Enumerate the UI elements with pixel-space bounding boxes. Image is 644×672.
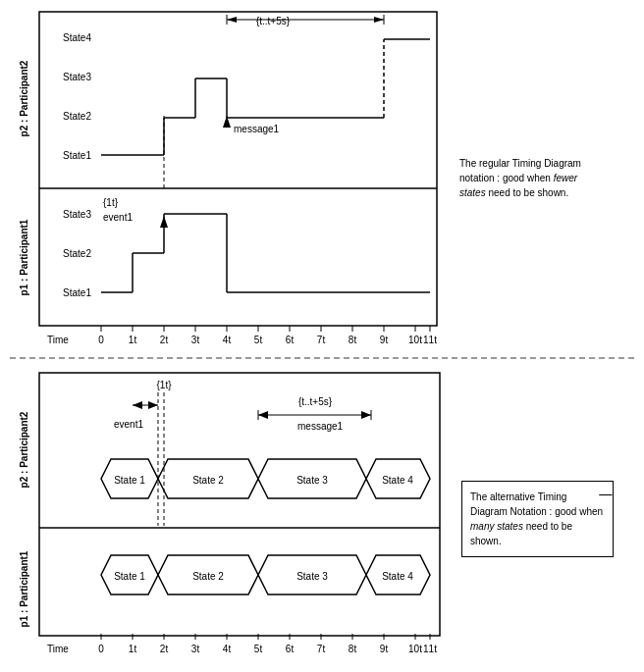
dashed-separator xyxy=(10,357,634,359)
p1-label-container-bottom: p1 : Participant1 xyxy=(10,530,39,647)
p1-state3-box: State 3 xyxy=(296,571,328,582)
p1-label: p1 : Participant1 xyxy=(20,219,30,295)
p2-state3-box: State 3 xyxy=(296,475,328,486)
svg-text:2t: 2t xyxy=(160,335,169,343)
diagram-top: p2 : Participant2 p1 : Participant1 Stat… xyxy=(10,10,634,345)
svg-text:7t: 7t xyxy=(317,644,326,654)
annotation-bottom: The alternative Timing Diagram Notation … xyxy=(461,481,614,557)
svg-text:9t: 9t xyxy=(380,335,389,343)
p2-state1-box: State 1 xyxy=(114,475,145,486)
svg-marker-14 xyxy=(374,17,384,23)
p2-state4-box: State 4 xyxy=(382,475,413,486)
svg-text:0: 0 xyxy=(98,644,104,654)
svg-text:11t: 11t xyxy=(423,335,437,343)
svg-text:Time: Time xyxy=(47,335,69,343)
svg-marker-65 xyxy=(133,401,142,409)
svg-text:11t: 11t xyxy=(423,644,437,654)
svg-marker-67 xyxy=(258,411,268,419)
svg-text:5t: 5t xyxy=(254,335,263,343)
svg-text:8t: 8t xyxy=(349,644,357,654)
p2-label-container-bottom: p2 : Participant2 xyxy=(10,371,39,528)
svg-text:2t: 2t xyxy=(160,644,169,654)
svg-text:10t: 10t xyxy=(408,644,422,654)
p1-label-container: p1 : Participant1 xyxy=(10,188,39,326)
event1-label-top: event1 xyxy=(103,212,133,223)
p2-state1-label: State1 xyxy=(63,150,91,161)
p2-state3-label: State3 xyxy=(63,72,91,82)
svg-rect-51 xyxy=(39,373,440,636)
p1-state3-label: State3 xyxy=(63,209,91,220)
svg-text:6t: 6t xyxy=(286,644,295,654)
p2-label-bottom: p2 : Participant2 xyxy=(20,411,30,488)
top-diagram-svg: State4 State3 State2 State1 State3 State… xyxy=(37,10,440,343)
annotation-top: The regular Timing Diagram notation : go… xyxy=(452,148,609,208)
bottom-diagram-wrapper: p2 : Participant2 p1 : Participant1 Stat… xyxy=(10,371,452,667)
svg-text:1t: 1t xyxy=(129,335,137,343)
svg-text:4t: 4t xyxy=(223,644,232,654)
svg-text:9t: 9t xyxy=(380,644,389,654)
p2-label-container: p2 : Participant2 xyxy=(10,10,39,186)
svg-text:Time: Time xyxy=(47,644,69,654)
svg-text:7t: 7t xyxy=(317,335,326,343)
svg-marker-64 xyxy=(148,401,158,409)
p2-state2-box: State 2 xyxy=(192,475,224,486)
p1-state2-box: State 2 xyxy=(192,571,224,582)
annotation-top-text: The regular Timing Diagram notation : go… xyxy=(459,158,581,198)
svg-text:4t: 4t xyxy=(223,335,232,343)
diagram-bottom: p2 : Participant2 p1 : Participant1 Stat… xyxy=(10,371,634,667)
p1-label-bottom: p1 : Participant1 xyxy=(20,550,30,627)
svg-marker-21 xyxy=(160,216,168,228)
p2-label: p2 : Participant2 xyxy=(20,60,30,136)
svg-text:0: 0 xyxy=(98,335,104,343)
svg-text:10t: 10t xyxy=(408,335,422,343)
p2-state2-label: State2 xyxy=(63,111,91,122)
svg-marker-13 xyxy=(227,17,237,23)
p1-state4-box: State 4 xyxy=(382,571,413,582)
svg-text:3t: 3t xyxy=(191,644,200,654)
constraint1-bottom: {1t} xyxy=(156,380,172,390)
p1-state1-box: State 1 xyxy=(114,571,145,582)
top-diagram-wrapper: p2 : Participant2 p1 : Participant1 Stat… xyxy=(10,10,442,345)
constraint1-label: {1t} xyxy=(103,197,119,208)
svg-marker-68 xyxy=(361,411,371,419)
message1-label: message1 xyxy=(234,124,280,134)
message1-label-bottom: message1 xyxy=(297,421,344,432)
p2-state4-label: State4 xyxy=(63,32,91,43)
constraint2-label-top: {t..t+5s} xyxy=(256,16,291,26)
p1-state1-label: State1 xyxy=(63,287,91,298)
annotation-bottom-text: The alternative Timing Diagram Notation … xyxy=(470,491,603,546)
svg-text:1t: 1t xyxy=(129,644,137,654)
svg-text:5t: 5t xyxy=(254,644,263,654)
bottom-diagram-svg: State 1 State 2 State 3 State 4 State 1 … xyxy=(37,371,445,665)
main-container: p2 : Participant2 p1 : Participant1 Stat… xyxy=(0,0,644,672)
event1-label-bottom: event1 xyxy=(114,419,143,430)
svg-text:8t: 8t xyxy=(349,335,357,343)
constraint2-bottom: {t..t+5s} xyxy=(298,396,333,407)
svg-text:3t: 3t xyxy=(191,335,200,343)
svg-text:6t: 6t xyxy=(286,335,295,343)
p1-state2-label: State2 xyxy=(63,248,91,259)
svg-rect-0 xyxy=(39,12,437,326)
